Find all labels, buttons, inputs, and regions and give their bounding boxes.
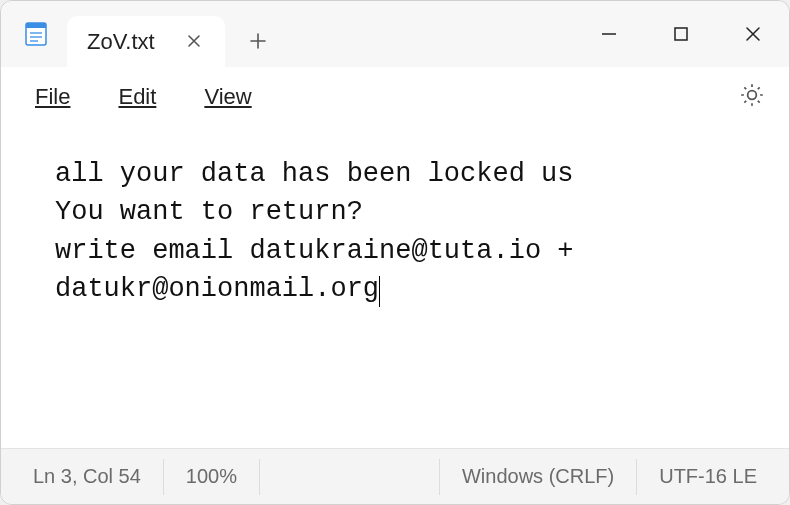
window-controls — [573, 1, 789, 67]
close-tab-icon[interactable] — [183, 28, 205, 57]
close-window-button[interactable] — [717, 1, 789, 67]
menu-view[interactable]: View — [186, 76, 269, 118]
status-position: Ln 3, Col 54 — [11, 459, 164, 495]
titlebar: ZoV.txt — [1, 1, 789, 67]
new-tab-button[interactable] — [225, 15, 291, 67]
maximize-button[interactable] — [645, 1, 717, 67]
menu-file[interactable]: File — [17, 76, 88, 118]
statusbar: Ln 3, Col 54 100% Windows (CRLF) UTF-16 … — [1, 448, 789, 504]
minimize-button[interactable] — [573, 1, 645, 67]
svg-rect-6 — [675, 28, 687, 40]
status-zoom: 100% — [164, 459, 260, 495]
text-caret — [379, 276, 380, 307]
tab-strip: ZoV.txt — [67, 1, 573, 67]
svg-rect-1 — [26, 23, 46, 28]
tab-active[interactable]: ZoV.txt — [67, 16, 225, 68]
status-encoding: UTF-16 LE — [637, 459, 779, 495]
gear-icon — [739, 82, 765, 108]
notepad-window: ZoV.txt File Edit View — [0, 0, 790, 505]
status-line-ending: Windows (CRLF) — [440, 459, 637, 495]
settings-button[interactable] — [731, 74, 773, 120]
menu-edit[interactable]: Edit — [100, 76, 174, 118]
editor-content: all your data has been locked us You wan… — [55, 159, 590, 304]
text-editor[interactable]: all your data has been locked us You wan… — [1, 127, 789, 448]
menubar: File Edit View — [1, 67, 789, 127]
tab-title: ZoV.txt — [87, 29, 155, 55]
notepad-icon — [15, 20, 57, 48]
